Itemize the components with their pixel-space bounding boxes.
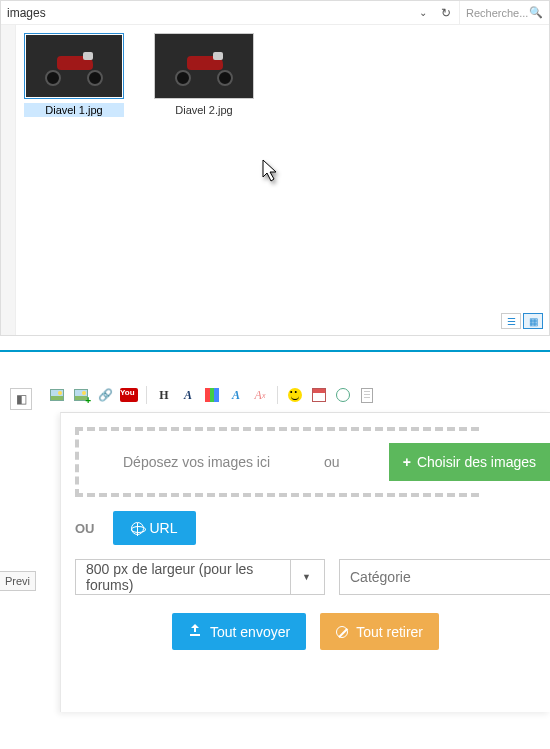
remove-all-button[interactable]: Tout retirer (320, 613, 439, 650)
separator (146, 386, 147, 404)
preview-tab[interactable]: Previ (0, 571, 36, 591)
search-icon: 🔍 (529, 6, 543, 19)
or-label: ou (75, 521, 95, 536)
breadcrumb[interactable]: images (1, 6, 413, 20)
insert-image-icon[interactable] (48, 386, 66, 404)
send-all-label: Tout envoyer (210, 624, 290, 640)
size-select[interactable]: 800 px de largeur (pour les forums) (75, 559, 325, 595)
color-swatch-icon[interactable] (203, 386, 221, 404)
thumbnail-image (154, 33, 254, 99)
choose-label: Choisir des images (417, 454, 536, 470)
size-option: 800 px de largeur (pour les forums) (86, 561, 290, 593)
or-label: ou (324, 454, 340, 470)
grid-view-button[interactable]: ▦ (523, 313, 543, 329)
cursor-icon (262, 159, 280, 187)
heading-icon[interactable]: H (155, 386, 173, 404)
breadcrumb-dropdown-icon[interactable]: ⌄ (413, 7, 433, 18)
document-icon[interactable] (358, 386, 376, 404)
file-label: Diavel 1.jpg (24, 103, 124, 117)
choose-images-button[interactable]: + Choisir des images (389, 443, 550, 481)
drop-text: Déposez vos images ici (123, 454, 270, 470)
insert-link-icon[interactable]: 🔗 (96, 386, 114, 404)
file-thumb[interactable]: Diavel 2.jpg (154, 33, 254, 117)
send-all-button[interactable]: Tout envoyer (172, 613, 306, 650)
list-view-button[interactable]: ☰ (501, 313, 521, 329)
font-style-alt-icon[interactable]: A (227, 386, 245, 404)
youtube-icon[interactable]: You (120, 386, 138, 404)
url-button[interactable]: URL (113, 511, 196, 545)
search-placeholder: Recherche... (466, 7, 528, 19)
file-grid[interactable]: Diavel 1.jpg Diavel 2.jpg ☰ ▦ (16, 25, 549, 335)
calendar-icon[interactable] (310, 386, 328, 404)
clear-format-icon[interactable]: Ax (251, 386, 269, 404)
url-label: URL (150, 520, 178, 536)
plus-icon: + (403, 454, 411, 470)
upload-icon (188, 623, 202, 640)
refresh-icon[interactable]: ↻ (433, 6, 459, 20)
view-toggle: ☰ ▦ (501, 313, 543, 329)
file-browser: images ⌄ ↻ Recherche... 🔍 Diavel 1.jpg D… (0, 0, 550, 336)
upload-panel: Déposez vos images ici ou + Choisir des … (60, 412, 550, 712)
font-style-icon[interactable]: A (179, 386, 197, 404)
divider (0, 350, 550, 352)
category-input[interactable] (339, 559, 550, 595)
file-label: Diavel 2.jpg (154, 103, 254, 117)
file-thumb[interactable]: Diavel 1.jpg (24, 33, 124, 117)
globe-icon[interactable] (334, 386, 352, 404)
file-tree-sidebar[interactable] (1, 25, 16, 335)
search-input[interactable]: Recherche... 🔍 (459, 1, 549, 24)
add-image-icon[interactable] (72, 386, 90, 404)
globe-icon (131, 522, 144, 535)
remove-all-label: Tout retirer (356, 624, 423, 640)
editor-toolbar: 🔗 You H A A Ax (42, 384, 550, 412)
separator (277, 386, 278, 404)
file-browser-header: images ⌄ ↻ Recherche... 🔍 (1, 1, 549, 25)
emoji-icon[interactable] (286, 386, 304, 404)
forbidden-icon (336, 626, 348, 638)
thumbnail-image (24, 33, 124, 99)
editor-mode-button[interactable]: ◧ (10, 388, 32, 410)
